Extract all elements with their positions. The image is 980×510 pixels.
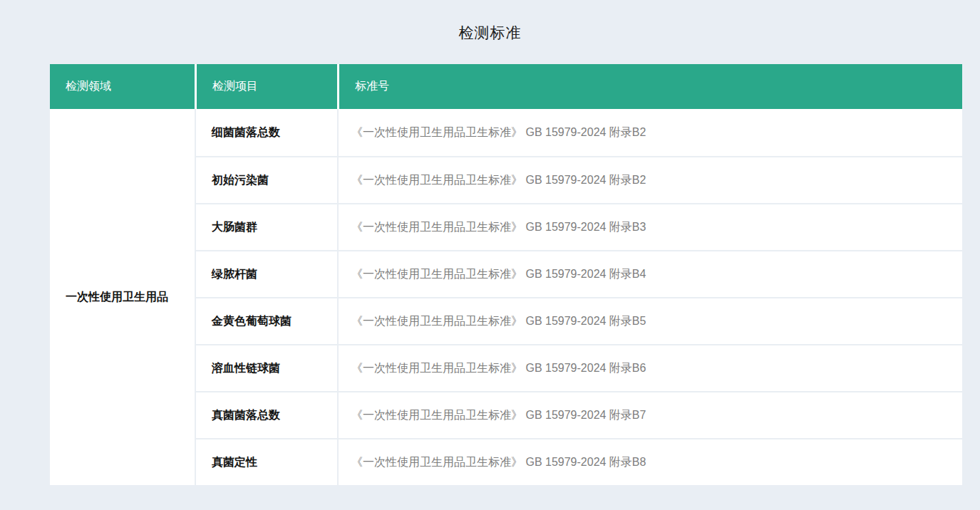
table-body: 一次性使用卫生用品细菌菌落总数《一次性使用卫生用品卫生标准》 GB 15979-… [50, 109, 962, 485]
table-row: 一次性使用卫生用品细菌菌落总数《一次性使用卫生用品卫生标准》 GB 15979-… [50, 109, 962, 156]
column-header-domain: 检测领域 [50, 64, 195, 109]
column-header-item: 检测项目 [195, 64, 337, 109]
table-header-row: 检测领域 检测项目 标准号 [50, 64, 962, 109]
item-cell: 金黄色葡萄球菌 [195, 297, 337, 344]
standard-cell: 《一次性使用卫生用品卫生标准》 GB 15979-2024 附录B4 [337, 250, 962, 297]
item-cell: 真菌菌落总数 [195, 391, 337, 438]
item-cell: 细菌菌落总数 [195, 109, 337, 156]
standard-cell: 《一次性使用卫生用品卫生标准》 GB 15979-2024 附录B8 [337, 438, 962, 485]
item-cell: 绿脓杆菌 [195, 250, 337, 297]
standard-cell: 《一次性使用卫生用品卫生标准》 GB 15979-2024 附录B5 [337, 297, 962, 344]
standard-cell: 《一次性使用卫生用品卫生标准》 GB 15979-2024 附录B2 [337, 156, 962, 203]
standard-cell: 《一次性使用卫生用品卫生标准》 GB 15979-2024 附录B7 [337, 391, 962, 438]
standards-table: 检测领域 检测项目 标准号 一次性使用卫生用品细菌菌落总数《一次性使用卫生用品卫… [50, 64, 962, 485]
item-cell: 初始污染菌 [195, 156, 337, 203]
page-title: 检测标准 [0, 0, 980, 43]
item-cell: 大肠菌群 [195, 203, 337, 250]
item-cell: 真菌定性 [195, 438, 337, 485]
column-header-standard: 标准号 [337, 64, 962, 109]
item-cell: 溶血性链球菌 [195, 344, 337, 391]
domain-cell: 一次性使用卫生用品 [50, 109, 195, 485]
standard-cell: 《一次性使用卫生用品卫生标准》 GB 15979-2024 附录B3 [337, 203, 962, 250]
standard-cell: 《一次性使用卫生用品卫生标准》 GB 15979-2024 附录B6 [337, 344, 962, 391]
page: 检测标准 检测领域 检测项目 标准号 一次性使用卫生用品细菌菌落总数《一次性使用… [0, 0, 980, 510]
standard-cell: 《一次性使用卫生用品卫生标准》 GB 15979-2024 附录B2 [337, 109, 962, 156]
